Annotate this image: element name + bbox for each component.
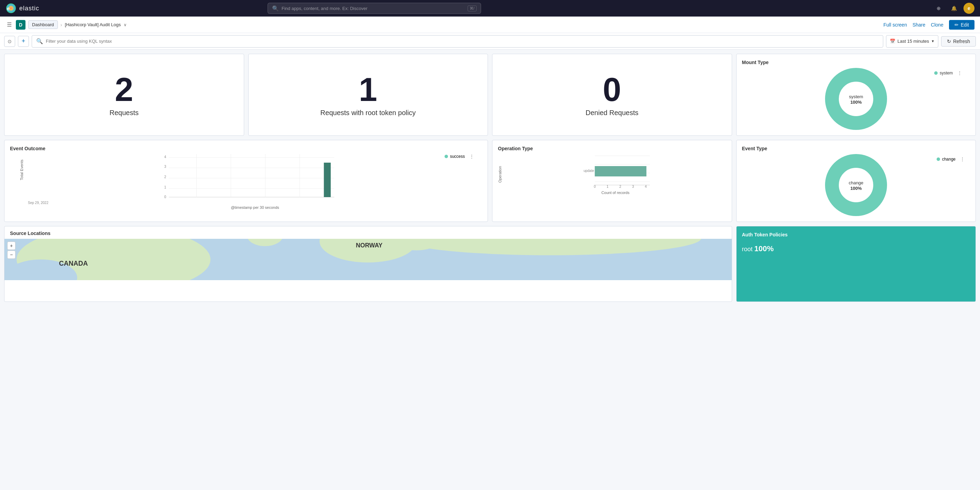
mount-type-legend-label: system <box>940 71 953 75</box>
nav-icons: ⊕ 🔔 e <box>933 3 975 14</box>
svg-text:100%: 100% <box>850 186 862 191</box>
svg-text:25': 25' <box>194 198 199 199</box>
event-outcome-panel: Event Outcome success ⋮ Total Events 0 1… <box>4 140 488 222</box>
operation-type-panel: Operation Type Operation update 0 <box>492 140 732 222</box>
mount-type-more-icon[interactable]: ⋮ <box>958 71 962 75</box>
workspace-icon: D <box>16 20 25 30</box>
time-range-label: Last 15 minutes <box>897 38 929 44</box>
event-outcome-y-label: Total Events <box>20 160 24 180</box>
root-token-value: 1 <box>359 73 377 106</box>
svg-text:NORWAY: NORWAY <box>356 242 383 249</box>
global-search[interactable]: 🔍 ⌘/ <box>267 3 481 14</box>
calendar-icon: 📅 <box>890 38 895 44</box>
svg-text:e: e <box>7 6 10 11</box>
refresh-button[interactable]: ↻ Refresh <box>941 36 976 46</box>
edit-label: Edit <box>961 22 969 27</box>
mount-type-panel: Mount Type system ⋮ system 100% <box>736 54 976 136</box>
add-filter-icon[interactable]: + <box>18 36 29 47</box>
filter-bar: ⊙ + 🔍 📅 Last 15 minutes ▼ ↻ Refresh <box>0 33 980 49</box>
help-icon[interactable]: ⊕ <box>933 3 944 14</box>
map-controls: + − <box>7 241 16 259</box>
event-outcome-legend-label: success <box>450 154 465 159</box>
svg-text:1: 1 <box>164 185 166 189</box>
svg-text:4: 4 <box>164 155 166 159</box>
event-outcome-chart: 0 1 2 3 4 25' 30' 35' 40' <box>28 154 482 199</box>
event-type-more-icon[interactable]: ⋮ <box>960 157 964 161</box>
event-type-legend-dot <box>937 158 940 161</box>
mount-type-title: Mount Type <box>742 60 970 65</box>
event-type-title: Event Type <box>742 146 970 151</box>
time-range-picker[interactable]: 📅 Last 15 minutes ▼ <box>886 35 938 48</box>
map-zoom-out-button[interactable]: − <box>7 251 16 259</box>
refresh-icon: ↻ <box>947 38 951 44</box>
edit-icon: ✏ <box>955 22 959 27</box>
svg-text:3: 3 <box>164 165 166 169</box>
svg-text:3: 3 <box>632 185 634 188</box>
event-outcome-title: Event Outcome <box>10 146 482 151</box>
operation-type-chart: update 0 1 2 3 4 <box>505 154 726 188</box>
denied-value: 0 <box>603 73 621 106</box>
svg-text:CANADA: CANADA <box>59 260 88 267</box>
user-avatar[interactable]: e <box>964 3 975 14</box>
full-screen-button[interactable]: Full screen <box>883 22 907 27</box>
auth-token-pct: 100% <box>754 244 774 253</box>
auth-token-content: root 100% <box>742 244 970 253</box>
top-navigation: e elastic 🔍 ⌘/ ⊕ 🔔 e <box>0 0 980 16</box>
search-input[interactable] <box>282 6 465 11</box>
event-outcome-x-label: @timestamp per 30 seconds <box>28 205 482 209</box>
requests-metric-panel: 2 Requests <box>4 54 244 136</box>
source-locations-title: Source Locations <box>5 227 732 239</box>
root-token-metric-panel: 1 Requests with root token policy <box>248 54 488 136</box>
operation-type-title: Operation Type <box>498 146 726 151</box>
svg-text:4: 4 <box>644 185 647 188</box>
map-svg: CANADA ICELAND FINLAND NORWAY RUSSIA Gul… <box>5 239 732 280</box>
svg-rect-21 <box>324 163 331 197</box>
mount-type-legend: system ⋮ <box>934 71 962 75</box>
auth-token-title: Auth Token Policies <box>742 232 970 238</box>
denied-label: Denied Requests <box>586 109 638 117</box>
menu-icon[interactable]: ☰ <box>5 20 13 29</box>
edit-button[interactable]: ✏ Edit <box>949 20 975 30</box>
elastic-logo[interactable]: e elastic <box>5 3 39 14</box>
breadcrumb-dropdown-icon[interactable]: ∨ <box>124 22 127 27</box>
event-outcome-more-icon[interactable]: ⋮ <box>470 154 474 159</box>
refresh-label: Refresh <box>953 38 970 44</box>
event-outcome-date: Sep 29, 2022 <box>28 201 482 205</box>
mount-type-donut-chart: system 100% <box>825 68 887 130</box>
source-locations-panel: Source Locations + − <box>4 226 732 302</box>
auth-token-item: root <box>742 246 753 252</box>
notifications-icon[interactable]: 🔔 <box>948 3 959 14</box>
breadcrumb-dashboard[interactable]: Dashboard <box>28 20 58 29</box>
svg-rect-32 <box>595 166 646 176</box>
root-token-label: Requests with root token policy <box>320 109 415 117</box>
svg-text:40': 40' <box>298 198 302 199</box>
map-area: + − CANADA ICELAND <box>5 239 732 280</box>
denied-metric-panel: 0 Denied Requests <box>492 54 732 136</box>
time-picker-chevron: ▼ <box>931 39 935 43</box>
svg-text:system: system <box>849 94 863 99</box>
kql-filter-input-wrap[interactable]: 🔍 <box>32 35 883 48</box>
saved-filter-icon[interactable]: ⊙ <box>4 36 15 47</box>
share-button[interactable]: Share <box>913 22 925 27</box>
breadcrumb-separator: › <box>60 22 62 27</box>
breadcrumb-bar: ☰ D Dashboard › [Hashicorp Vault] Audit … <box>0 16 980 33</box>
event-type-legend-label: change <box>942 157 956 161</box>
operation-type-y-label: Operation <box>498 166 502 183</box>
mount-type-legend-dot <box>934 71 938 75</box>
operation-type-x-label: Count of records <box>505 190 726 195</box>
kql-filter-input[interactable] <box>46 38 879 44</box>
auth-token-panel: Auth Token Policies root 100% <box>736 226 976 302</box>
event-outcome-legend-dot <box>445 155 448 158</box>
svg-text:0: 0 <box>164 195 166 199</box>
svg-text:1: 1 <box>606 185 608 188</box>
svg-text:35': 35' <box>263 198 267 199</box>
requests-value: 2 <box>115 73 133 106</box>
dashboard-grid: 2 Requests 1 Requests with root token po… <box>0 49 980 306</box>
clone-button[interactable]: Clone <box>931 22 943 27</box>
filter-search-icon: 🔍 <box>36 38 43 45</box>
map-zoom-in-button[interactable]: + <box>7 241 16 250</box>
event-type-donut-chart: change 100% <box>825 154 887 216</box>
app-name: elastic <box>19 5 39 12</box>
breadcrumb-actions: Full screen Share Clone ✏ Edit <box>883 20 975 30</box>
event-outcome-legend: success ⋮ <box>445 154 474 159</box>
